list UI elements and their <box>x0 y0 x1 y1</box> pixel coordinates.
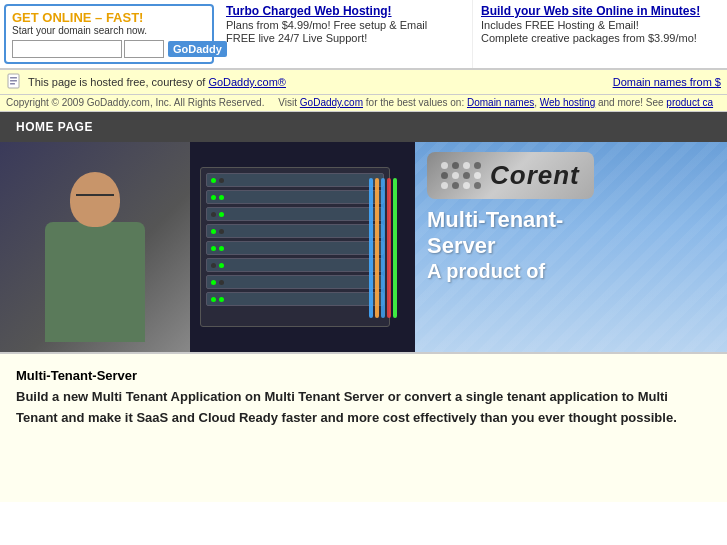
server-light <box>219 195 224 200</box>
notice-right[interactable]: Domain names from $ <box>613 76 721 88</box>
server-unit <box>206 292 384 306</box>
product-title-line2: Server <box>427 233 715 259</box>
godaddy-ad: GET ONLINE – FAST! Start your domain sea… <box>4 4 214 64</box>
corent-logo-box: Corent <box>427 152 594 199</box>
corent-dot <box>452 172 459 179</box>
server-unit <box>206 258 384 272</box>
hero-right-panel: Corent Multi-Tenant- Server A product of <box>415 142 727 352</box>
notice-bar: This page is hosted free, courtesy of Go… <box>0 69 727 95</box>
server-light <box>211 297 216 302</box>
godaddy-subtext: Start your domain search now. <box>12 25 206 36</box>
server-light <box>211 195 216 200</box>
server-light <box>211 263 216 268</box>
product-title-line1: Multi-Tenant- <box>427 207 715 233</box>
server-light <box>211 246 216 251</box>
person-area <box>0 142 190 352</box>
corent-dot <box>474 182 481 189</box>
svg-rect-2 <box>10 80 17 82</box>
middle-ad-line2: FREE live 24/7 Live Support! <box>226 32 464 44</box>
corent-logo-text: Corent <box>490 160 580 191</box>
server-light <box>211 212 216 217</box>
description-body: Build a new Multi Tenant Application on … <box>16 387 711 429</box>
corent-dot <box>474 172 481 179</box>
server-unit <box>206 241 384 255</box>
server-light <box>211 178 216 183</box>
domain-row: .com GoDaddy <box>12 40 206 58</box>
nav-bar: HOME PAGE <box>0 112 727 142</box>
server-area <box>190 142 415 352</box>
web-hosting-link[interactable]: Web hosting <box>540 97 595 108</box>
product-subtitle-line3: A product of <box>427 260 715 283</box>
server-unit <box>206 275 384 289</box>
server-light <box>219 229 224 234</box>
server-unit <box>206 190 384 204</box>
server-light <box>211 280 216 285</box>
server-light <box>219 263 224 268</box>
page-icon <box>6 73 24 91</box>
middle-ad: Turbo Charged Web Hosting! Plans from $4… <box>218 0 473 68</box>
cable-bundle <box>369 178 397 318</box>
godaddy-copyright-link[interactable]: GoDaddy.com <box>300 97 363 108</box>
svg-rect-3 <box>10 83 15 85</box>
server-unit <box>206 224 384 238</box>
godaddy-notice-link[interactable]: GoDaddy.com® <box>208 76 286 88</box>
corent-dot <box>441 172 448 179</box>
right-ad-title[interactable]: Build your Web site Online in Minutes! <box>481 4 719 18</box>
corent-dot <box>463 172 470 179</box>
middle-ad-line1: Plans from $4.99/mo! Free setup & Email <box>226 19 464 31</box>
corent-dot <box>463 162 470 169</box>
corent-dot <box>452 182 459 189</box>
visit-text: Visit <box>278 97 300 108</box>
right-ad: Build your Web site Online in Minutes! I… <box>473 0 727 68</box>
server-unit <box>206 207 384 221</box>
copyright-bar: Copyright © 2009 GoDaddy.com, Inc. All R… <box>0 95 727 112</box>
main-content: Corent Multi-Tenant- Server A product of <box>0 142 727 352</box>
corent-dot <box>463 182 470 189</box>
godaddy-headline: GET ONLINE – FAST! <box>12 10 206 25</box>
person-head <box>70 172 120 227</box>
svg-rect-1 <box>10 77 17 79</box>
copyright-text: Copyright © 2009 GoDaddy.com, Inc. All R… <box>6 97 264 108</box>
notice-left: This page is hosted free, courtesy of Go… <box>6 73 286 91</box>
description-area: Multi-Tenant-Server Build a new Multi Te… <box>0 352 727 502</box>
person-glasses <box>76 194 114 202</box>
domain-names-copyright-link[interactable]: Domain names <box>467 97 534 108</box>
for-text: for the best values on: <box>366 97 467 108</box>
server-light <box>219 212 224 217</box>
server-light <box>211 229 216 234</box>
right-ad-line1: Includes FREE Hosting & Email! <box>481 19 719 31</box>
notice-text: This page is hosted free, courtesy of Go… <box>28 76 286 88</box>
server-rack <box>200 167 390 327</box>
server-light <box>219 297 224 302</box>
right-ad-line2: Complete creative packages from $3.99/mo… <box>481 32 719 44</box>
corent-dot <box>474 162 481 169</box>
server-light <box>219 280 224 285</box>
person-body <box>45 222 145 342</box>
domain-search-input[interactable] <box>12 40 122 58</box>
corent-dots <box>441 162 482 189</box>
home-page-nav[interactable]: HOME PAGE <box>10 118 99 136</box>
hero-image-panel <box>0 142 415 352</box>
server-light <box>219 178 224 183</box>
domain-names-link[interactable]: Domain names from $ <box>613 76 721 88</box>
domain-ext-input[interactable]: .com <box>124 40 164 58</box>
person-silhouette <box>30 162 160 352</box>
middle-ad-title[interactable]: Turbo Charged Web Hosting! <box>226 4 464 18</box>
corent-dot <box>441 162 448 169</box>
corent-dot <box>441 182 448 189</box>
corent-dot <box>452 162 459 169</box>
top-banner: GET ONLINE – FAST! Start your domain sea… <box>0 0 727 69</box>
product-catalog-link[interactable]: product ca <box>666 97 713 108</box>
description-product-name: Multi-Tenant-Server <box>16 368 711 383</box>
server-light <box>219 246 224 251</box>
server-unit <box>206 173 384 187</box>
